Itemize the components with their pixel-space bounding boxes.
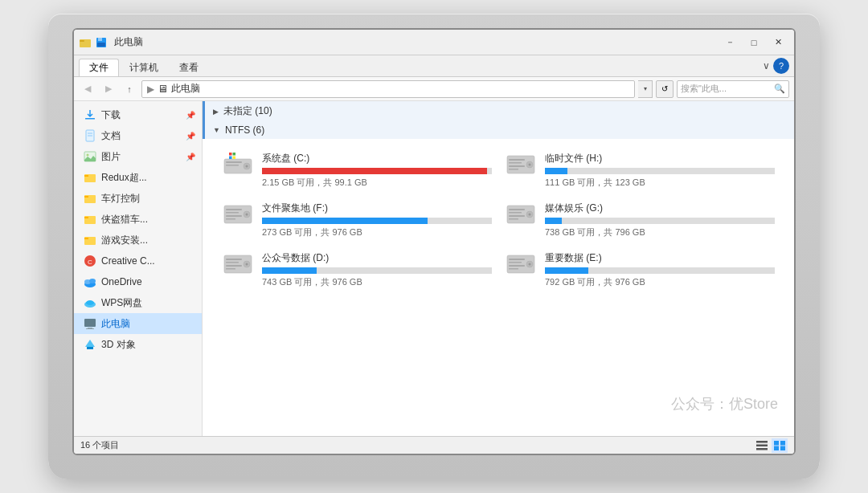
drive-h-info: 临时文件 (H:) 111 GB 可用，共 123 GB xyxy=(545,152,775,189)
svg-point-33 xyxy=(246,165,248,168)
svg-rect-1 xyxy=(80,40,84,42)
section-ntfs[interactable]: ▼ NTFS (6) xyxy=(203,121,794,139)
folder-yellow4-icon xyxy=(84,234,96,246)
sidebar-label-light: 车灯控制 xyxy=(101,192,140,206)
svg-rect-54 xyxy=(226,218,235,220)
svg-rect-79 xyxy=(774,441,779,446)
svg-point-43 xyxy=(529,164,531,166)
explorer-window: 此电脑 － □ ✕ 文件 计算机 查看 ∨ xyxy=(74,30,794,454)
view-controls xyxy=(754,438,788,453)
drive-c-bar-fill xyxy=(262,168,487,174)
sidebar-label-creative: Creative C... xyxy=(101,255,155,267)
sidebar-item-document[interactable]: 文档 📌 xyxy=(74,125,202,146)
svg-rect-66 xyxy=(226,262,239,263)
svg-rect-78 xyxy=(756,448,768,450)
minimize-button[interactable]: － xyxy=(719,35,741,51)
drive-g[interactable]: 媒体娱乐 (G:) 738 GB 可用，共 796 GB xyxy=(498,195,781,245)
sidebar-item-picture[interactable]: 图片 📌 xyxy=(74,146,202,167)
refresh-button[interactable]: ↺ xyxy=(656,80,674,98)
folder-icon xyxy=(79,36,92,49)
drive-c-bar-bg xyxy=(262,168,492,174)
svg-rect-38 xyxy=(233,153,236,156)
svg-rect-65 xyxy=(226,259,242,260)
path-computer-icon: 🖥 xyxy=(158,83,168,95)
drive-f-info: 文件聚集地 (F:) 273 GB 可用，共 976 GB xyxy=(262,202,492,238)
svg-rect-59 xyxy=(509,212,522,214)
svg-point-57 xyxy=(529,214,531,216)
tab-computer[interactable]: 计算机 xyxy=(119,59,169,76)
svg-text:C: C xyxy=(88,259,92,266)
nav-up-button[interactable]: ↑ xyxy=(121,80,138,98)
drive-d-bar-bg xyxy=(262,267,492,274)
sidebar-label-redux: Redux超... xyxy=(101,171,147,185)
list-view-button[interactable] xyxy=(754,438,770,453)
tab-view[interactable]: 查看 xyxy=(169,59,209,76)
drive-g-bar-bg xyxy=(545,218,775,224)
svg-rect-30 xyxy=(87,347,93,349)
sidebar-item-wps[interactable]: WPS网盘 xyxy=(74,292,202,313)
svg-rect-58 xyxy=(509,209,525,210)
sidebar-item-gta[interactable]: 侠盗猎车... xyxy=(74,209,202,230)
sidebar-label-game: 游戏安装... xyxy=(101,234,148,247)
maximize-button[interactable]: □ xyxy=(743,35,765,51)
svg-point-10 xyxy=(87,154,89,157)
sidebar-item-thispc[interactable]: 此电脑 xyxy=(74,313,202,334)
drive-h-bar-bg xyxy=(545,168,775,174)
ribbon-chevron[interactable]: ∨ xyxy=(763,60,770,71)
document-icon xyxy=(84,129,96,142)
pin-icon: 📌 xyxy=(186,111,195,120)
drive-h[interactable]: 临时文件 (H:) 111 GB 可用，共 123 GB xyxy=(498,145,781,195)
svg-point-50 xyxy=(246,214,248,216)
laptop-body: 此电脑 － □ ✕ 文件 计算机 查看 ∨ xyxy=(48,14,820,479)
help-button[interactable]: ? xyxy=(773,58,789,74)
svg-rect-34 xyxy=(226,161,242,163)
sidebar-item-onedrive[interactable]: OneDrive xyxy=(74,271,202,292)
section-unassigned[interactable]: ▶ 未指定 (10) xyxy=(203,101,794,121)
search-icon: 🔍 xyxy=(774,84,785,94)
nav-back-button[interactable]: ◀ xyxy=(79,80,96,98)
drive-d-name: 公众号数据 (D:) xyxy=(262,251,492,265)
title-bar-left: 此电脑 xyxy=(79,35,715,49)
nav-forward-button[interactable]: ▶ xyxy=(100,80,117,98)
svg-rect-67 xyxy=(226,265,242,267)
drive-e[interactable]: 重要数据 (E:) 792 GB 可用，共 976 GB xyxy=(498,245,781,295)
drive-h-icon xyxy=(505,152,537,177)
svg-point-25 xyxy=(86,300,94,305)
drive-e-bar-fill xyxy=(545,267,588,274)
drive-f[interactable]: 文件聚集地 (F:) 273 GB 可用，共 976 GB xyxy=(215,195,498,245)
drive-d[interactable]: 公众号数据 (D:) 743 GB 可用，共 976 GB xyxy=(215,245,498,295)
address-path[interactable]: ▶ 🖥 此电脑 xyxy=(141,80,635,98)
close-button[interactable]: ✕ xyxy=(767,35,789,51)
drive-d-icon xyxy=(222,251,254,277)
svg-rect-61 xyxy=(509,218,518,220)
sidebar-item-download[interactable]: 下载 📌 xyxy=(74,104,202,125)
search-box[interactable]: 搜索"此电... 🔍 xyxy=(677,80,789,98)
title-text: 此电脑 xyxy=(114,35,143,49)
sidebar-label-3d: 3D 对象 xyxy=(101,338,136,352)
tile-view-button[interactable] xyxy=(772,438,788,453)
thispc-icon xyxy=(84,317,96,330)
sidebar-item-game[interactable]: 游戏安装... xyxy=(74,230,202,251)
svg-rect-45 xyxy=(509,162,522,164)
sidebar-item-redux[interactable]: Redux超... xyxy=(74,167,202,188)
svg-rect-44 xyxy=(509,159,525,161)
drive-c[interactable]: 系统盘 (C:) 2.15 GB 可用，共 99.1 GB xyxy=(215,145,498,195)
address-dropdown[interactable]: ▾ xyxy=(638,80,653,98)
sidebar-item-light[interactable]: 车灯控制 xyxy=(74,188,202,209)
pin-icon2: 📌 xyxy=(186,132,195,141)
sidebar-item-3d[interactable]: 3D 对象 xyxy=(74,334,202,355)
drive-h-name: 临时文件 (H:) xyxy=(545,152,775,165)
drive-f-size: 273 GB 可用，共 976 GB xyxy=(262,226,492,238)
sidebar-item-creative[interactable]: C Creative C... xyxy=(74,251,202,271)
watermark: 公众号：优Store xyxy=(671,394,778,414)
drive-c-info: 系统盘 (C:) 2.15 GB 可用，共 99.1 GB xyxy=(262,152,492,189)
svg-rect-68 xyxy=(226,268,235,270)
svg-point-71 xyxy=(529,263,531,266)
tab-file[interactable]: 文件 xyxy=(79,59,119,76)
onedrive-icon xyxy=(84,275,96,288)
svg-rect-5 xyxy=(85,118,95,120)
drive-f-bar-fill xyxy=(262,218,428,224)
save-icon xyxy=(95,36,108,49)
svg-rect-4 xyxy=(97,43,105,47)
svg-rect-3 xyxy=(98,38,102,41)
